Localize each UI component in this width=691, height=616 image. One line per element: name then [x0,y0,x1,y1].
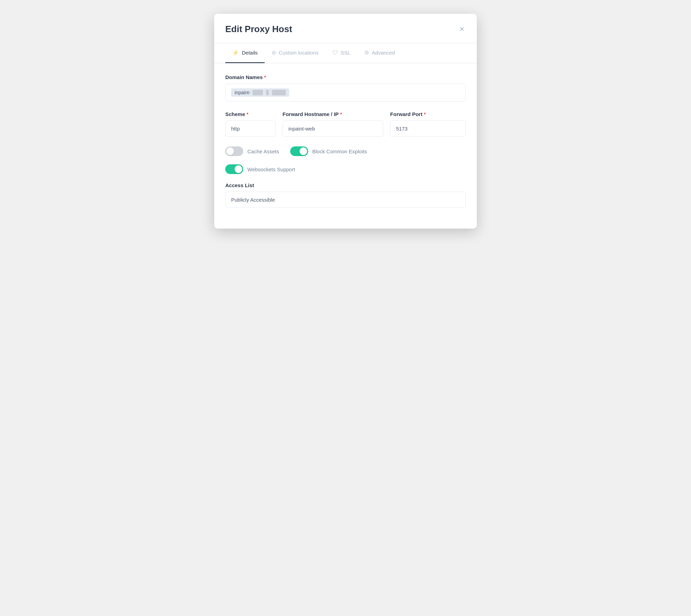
scheme-hostname-port-row: Scheme * Forward Hostname / IP * Forward… [225,111,466,137]
details-icon: ⚡ [232,49,239,56]
websockets-toggle[interactable] [225,164,243,174]
scheme-required: * [247,112,248,117]
domain-names-input[interactable]: inpaint- [225,84,466,102]
tab-ssl[interactable]: 🛡 SSL [325,43,357,63]
toggles-row-1: Cache Assets Block Common Exploits [225,146,466,156]
tab-details[interactable]: ⚡ Details [225,43,265,63]
toggles-row-2: Websockets Support [225,164,466,174]
cache-assets-toggle[interactable] [225,146,243,156]
tab-bar: ⚡ Details ⊛ Custom locations 🛡 SSL ⚙ Adv… [214,43,477,63]
modal-title: Edit Proxy Host [225,24,292,35]
blurred-segment-3 [272,90,286,95]
ssl-icon: 🛡 [332,50,338,56]
forward-port-input[interactable] [390,121,466,137]
domain-names-required: * [264,75,266,80]
cache-assets-toggle-item: Cache Assets [225,146,279,156]
blurred-segment-2 [266,90,269,95]
modal-header: Edit Proxy Host × [214,14,477,43]
edit-proxy-host-modal: Edit Proxy Host × ⚡ Details ⊛ Custom loc… [214,14,477,229]
domain-tag: inpaint- [231,88,289,97]
access-list-input[interactable] [225,192,466,208]
close-button[interactable]: × [458,23,466,35]
blurred-segment-1 [253,90,263,95]
cache-assets-thumb [226,147,234,155]
websockets-toggle-item: Websockets Support [225,164,295,174]
forward-port-required: * [424,112,426,117]
advanced-icon: ⚙ [364,49,369,56]
forward-hostname-label: Forward Hostname / IP * [283,111,384,117]
forward-hostname-group: Forward Hostname / IP * [283,111,384,137]
forward-port-group: Forward Port * [390,111,466,137]
websockets-label: Websockets Support [247,166,295,172]
access-list-group: Access List [225,182,466,208]
forward-port-label: Forward Port * [390,111,466,117]
modal-body: Domain Names * inpaint- Scheme * Forward [214,63,477,229]
block-exploits-toggle[interactable] [290,146,308,156]
block-exploits-label: Block Common Exploits [312,148,367,154]
domain-names-label: Domain Names * [225,74,466,80]
block-exploits-thumb [300,147,307,155]
scheme-label: Scheme * [225,111,276,117]
websockets-thumb [235,165,242,173]
custom-locations-icon: ⊛ [272,49,276,56]
access-list-label: Access List [225,182,466,188]
forward-hostname-required: * [340,112,342,117]
scheme-input[interactable] [225,121,276,137]
forward-hostname-input[interactable] [283,121,384,137]
block-exploits-toggle-item: Block Common Exploits [290,146,367,156]
scheme-group: Scheme * [225,111,276,137]
tab-custom-locations[interactable]: ⊛ Custom locations [265,43,325,63]
domain-names-group: Domain Names * inpaint- [225,74,466,102]
cache-assets-label: Cache Assets [247,148,279,154]
tab-advanced[interactable]: ⚙ Advanced [357,43,402,63]
